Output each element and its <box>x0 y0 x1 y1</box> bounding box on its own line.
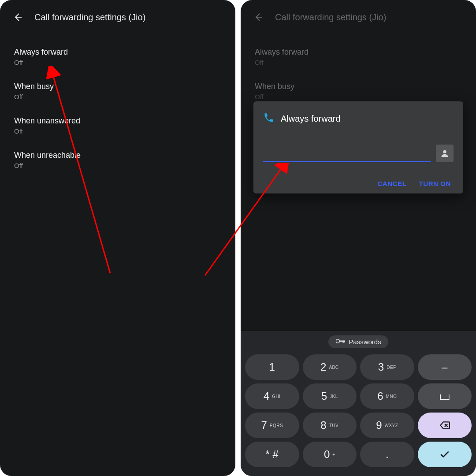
passwords-label: Passwords <box>349 338 381 346</box>
numeric-keyboard: Passwords 12ABC3DEF–4GHI5JKL6MNO⌴7PQRS8T… <box>241 331 476 476</box>
setting-always-forward[interactable]: Always forward Off <box>250 40 466 74</box>
keypad-key[interactable]: . <box>360 442 414 467</box>
app-header: Call forwarding settings (Jio) <box>0 0 235 34</box>
setting-always-forward[interactable]: Always forward Off <box>10 40 226 74</box>
svg-rect-5 <box>344 341 345 342</box>
enter-key[interactable] <box>418 442 472 467</box>
settings-list: Always forward Off When busy Off When un… <box>0 34 235 182</box>
cancel-button[interactable]: CANCEL <box>377 180 406 187</box>
svg-point-1 <box>443 150 446 153</box>
backspace-key[interactable] <box>418 413 472 438</box>
keypad-key[interactable]: 3DEF <box>360 354 414 380</box>
setting-title: When busy <box>14 82 221 91</box>
setting-title: Always forward <box>255 48 462 57</box>
setting-when-busy[interactable]: When busy Off <box>10 74 226 108</box>
keypad-key[interactable]: 4GHI <box>245 383 299 409</box>
setting-subtitle: Off <box>14 162 221 169</box>
key-icon <box>335 338 345 346</box>
passwords-chip[interactable]: Passwords <box>328 335 388 348</box>
svg-point-2 <box>336 339 340 343</box>
back-icon[interactable] <box>10 9 26 25</box>
setting-subtitle: Off <box>255 59 462 66</box>
app-header: Call forwarding settings (Jio) <box>241 0 476 34</box>
keypad-key[interactable]: 8TUV <box>303 413 357 438</box>
keypad-key[interactable]: 0+ <box>303 442 357 467</box>
setting-title: When busy <box>255 82 462 91</box>
setting-subtitle: Off <box>255 93 462 100</box>
setting-subtitle: Off <box>14 93 221 100</box>
phone-icon <box>263 112 275 125</box>
setting-subtitle: Off <box>14 127 221 135</box>
always-forward-dialog: Always forward CANCEL TURN ON <box>253 101 463 193</box>
keypad-key[interactable]: 9WXYZ <box>360 413 414 438</box>
setting-when-unreachable[interactable]: When unreachable Off <box>10 143 226 177</box>
keypad-key[interactable]: 5JKL <box>303 383 357 409</box>
setting-title: When unanswered <box>14 116 221 126</box>
setting-title: When unreachable <box>14 151 221 160</box>
turn-on-button[interactable]: TURN ON <box>419 180 451 187</box>
pick-contact-button[interactable] <box>436 145 454 162</box>
page-title: Call forwarding settings (Jio) <box>275 12 386 22</box>
keypad-key[interactable]: 6MNO <box>360 383 414 409</box>
setting-title: Always forward <box>14 48 221 57</box>
left-screenshot: Call forwarding settings (Jio) Always fo… <box>0 0 235 476</box>
keypad-key[interactable]: 1 <box>245 354 299 380</box>
forward-number-input[interactable] <box>263 147 431 162</box>
svg-rect-4 <box>343 341 344 343</box>
keypad-key[interactable]: – <box>418 354 472 380</box>
setting-when-unanswered[interactable]: When unanswered Off <box>10 108 226 143</box>
keypad-key[interactable]: * # <box>245 442 299 467</box>
back-icon[interactable] <box>250 9 266 25</box>
page-title: Call forwarding settings (Jio) <box>34 12 145 22</box>
right-screenshot: Call forwarding settings (Jio) Always fo… <box>241 0 476 476</box>
setting-subtitle: Off <box>14 59 221 66</box>
keypad-key[interactable]: 7PQRS <box>245 413 299 438</box>
dialog-title: Always forward <box>281 114 341 124</box>
keypad-key[interactable]: 2ABC <box>303 354 357 380</box>
svg-rect-3 <box>340 341 345 342</box>
keypad-key[interactable]: ⌴ <box>418 383 472 409</box>
